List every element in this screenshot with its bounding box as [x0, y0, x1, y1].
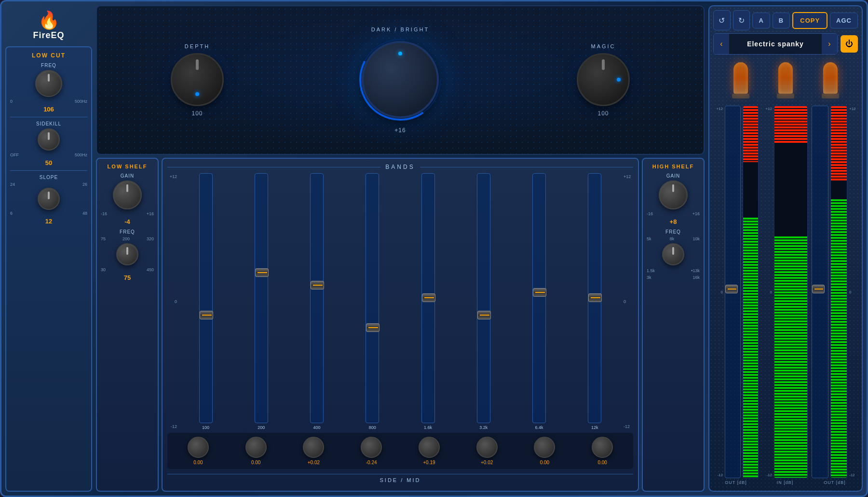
undo-button[interactable]: ↺ [713, 10, 731, 30]
power-button[interactable]: ⏻ [841, 35, 858, 53]
fader-handle-1600[interactable] [422, 293, 435, 302]
fader-freq-800: 800 [369, 425, 376, 430]
out-scale-top: +12 [713, 107, 723, 111]
ls-gain-max: +16 [147, 211, 154, 216]
ls-freq-max-top: 320 [147, 236, 154, 241]
fader-handle-200[interactable] [255, 268, 269, 277]
sidekill-section: SIDEKILL OFF 500Hz 50 [10, 121, 87, 166]
ls-gain-knob[interactable] [113, 180, 142, 209]
sidekill-knob[interactable] [38, 128, 60, 151]
out-led-green [743, 218, 758, 478]
hs-gain-label: GAIN [666, 173, 680, 179]
band-knob-200: 0.00 [228, 437, 284, 465]
middle-panel: DEPTH 100 DARK / BRIGHT [96, 5, 705, 492]
low-cut-panel: LOW CUT FREQ 0 500Hz 106 SIDEKILL OFF 50… [5, 46, 92, 492]
copy-button[interactable]: COPY [792, 12, 827, 29]
fader-track-1600[interactable] [421, 173, 435, 423]
in-db-meter-area: +12 0 -12 [762, 106, 808, 478]
freq-knob[interactable] [35, 70, 62, 97]
ls-freq-mid: 200 [122, 236, 130, 241]
band-knob-3200-ctrl[interactable] [476, 437, 498, 458]
low-cut-title: LOW CUT [32, 52, 66, 59]
dark-bright-value: +16 [394, 127, 406, 134]
band-value-200: 0.00 [251, 460, 260, 465]
fader-track-800[interactable] [366, 173, 379, 423]
preset-next-button[interactable]: › [822, 34, 837, 54]
out2-led-red [831, 106, 847, 180]
band-knob-200-ctrl[interactable] [245, 437, 267, 458]
out-fader-track[interactable] [725, 106, 741, 478]
fader-track-6400[interactable] [532, 173, 546, 423]
in-scale: +12 0 -12 [762, 106, 772, 478]
depth-knob[interactable] [171, 53, 224, 106]
out-scale: +12 0 -12 [713, 106, 723, 478]
low-shelf-panel: LOW SHELF GAIN -16 +16 -4 FREQ 75 [96, 158, 159, 492]
hs-freq-knob[interactable] [662, 243, 684, 265]
ls-gain-value: -4 [124, 218, 130, 225]
preset-prev-button[interactable]: ‹ [714, 34, 729, 54]
fader-handle-800[interactable] [366, 323, 380, 332]
ls-freq-range: 30 450 [101, 267, 154, 272]
band-knob-400-ctrl[interactable] [303, 437, 324, 458]
preset-nav-row: ‹ Electric spanky › ⏻ [713, 33, 858, 55]
scale-mid-right: 0 [624, 299, 633, 304]
sidekill-value: 50 [45, 159, 52, 166]
slope-max-top: 26 [82, 182, 87, 187]
band-knob-400: +0.02 [286, 437, 342, 465]
fader-track-3200[interactable] [477, 173, 490, 423]
fader-track-100[interactable] [199, 173, 213, 423]
out-fader-handle[interactable] [725, 285, 738, 293]
band-knob-6400-ctrl[interactable] [534, 437, 555, 458]
ls-gain-section: GAIN -16 +16 -4 [101, 173, 154, 225]
out-db2-label: OUT [dB] [824, 480, 845, 485]
freq-range: 0 500Hz [10, 99, 87, 104]
redo-button[interactable]: ↻ [733, 10, 750, 30]
magic-knob[interactable] [577, 53, 630, 106]
hs-gain-range: -16 +16 [647, 211, 700, 216]
fader-handle-12k[interactable] [588, 293, 602, 302]
out2-fader-handle[interactable] [812, 285, 825, 293]
out2-scale-bot: -12 [849, 473, 858, 477]
fader-freq-200: 200 [258, 425, 265, 430]
tube-base-3 [822, 94, 839, 98]
ls-freq-knob[interactable] [116, 243, 138, 265]
slope-knob[interactable] [38, 188, 60, 210]
right-panel: ↺ ↻ A B COPY AGC ‹ Electric spanky › ⏻ [708, 5, 863, 492]
bands-knobs: 0.00 0.00 +0.02 -0.24 [167, 433, 633, 469]
agc-button[interactable]: AGC [830, 13, 858, 28]
fader-track-12k[interactable] [588, 173, 601, 423]
band-knob-800-ctrl[interactable] [361, 437, 382, 458]
out2-fader-track[interactable] [812, 106, 828, 478]
magic-label: MAGIC [591, 43, 615, 49]
bands-scale-right: +12 0 -12 [624, 173, 633, 430]
band-knob-12k-ctrl[interactable] [592, 437, 613, 458]
band-knob-12k: 0.00 [574, 437, 630, 465]
slope-value: 12 [45, 218, 52, 225]
out-db-fader-area: +12 0 -12 [713, 106, 759, 478]
fader-handle-100[interactable] [200, 311, 213, 319]
fader-freq-3200: 3.2k [479, 425, 488, 430]
band-knob-100-ctrl[interactable] [188, 437, 209, 458]
fader-col-6400: 6.4k [513, 173, 566, 430]
a-button[interactable]: A [752, 13, 770, 28]
fader-track-400[interactable] [310, 173, 324, 423]
b-button[interactable]: B [773, 13, 790, 28]
tube-body-2 [778, 62, 793, 94]
hs-gain-knob[interactable] [659, 180, 688, 209]
fader-col-200: 200 [234, 173, 288, 430]
fader-handle-3200[interactable] [477, 311, 491, 319]
slope-max-bot: 48 [82, 211, 87, 216]
high-shelf-title: HIGH SHELF [652, 164, 694, 169]
hs-freq-mid: 8k [670, 236, 675, 241]
fader-track-200[interactable] [255, 173, 268, 423]
fader-handle-400[interactable] [311, 281, 324, 290]
depth-value: 100 [191, 110, 203, 117]
side-mid-label: SIDE / MID [167, 474, 633, 486]
band-knob-1600-ctrl[interactable] [419, 437, 440, 458]
band-knob-3200: +0.02 [459, 437, 515, 465]
hs-freq-label: FREQ [665, 229, 681, 235]
magic-value: 100 [597, 110, 609, 117]
ls-freq-value: 75 [124, 274, 131, 281]
out-scale-zero: 0 [713, 290, 723, 294]
fader-handle-6400[interactable] [533, 288, 546, 297]
